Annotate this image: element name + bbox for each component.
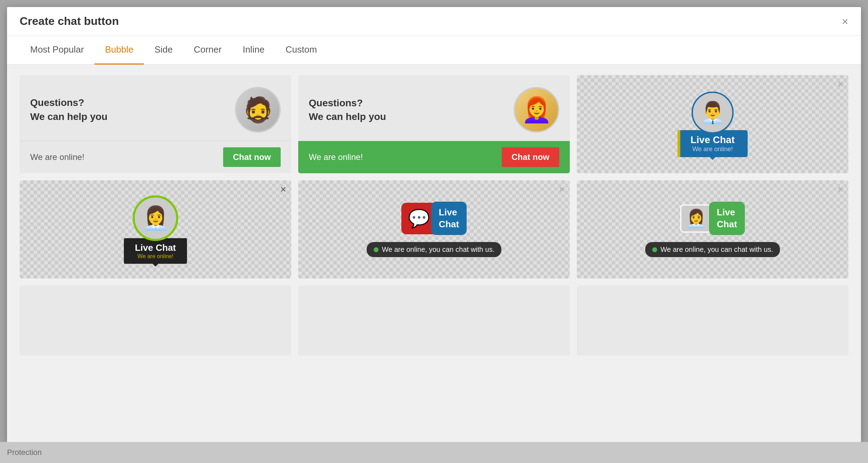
pin-widget-black: 👩‍💼 Live Chat We are online! [124, 195, 187, 264]
chat-card-5[interactable]: ✕ LiveChat We are online, you can chat w… [298, 180, 570, 279]
card3-online: We are online! [685, 146, 741, 153]
card1-chat-btn[interactable]: Chat now [223, 147, 281, 167]
card4-live-chat: Live Chat [131, 242, 180, 253]
tab-inline[interactable]: Inline [232, 36, 275, 65]
modal-title: Create chat button [20, 15, 119, 28]
modal-body: Questions?We can help you 🧔 We are onlin… [7, 65, 861, 442]
card3-pin-body: Live Chat We are online! [677, 130, 748, 157]
card1-text: Questions?We can help you [30, 96, 107, 123]
card5-status-text: We are online, you can chat with us. [382, 246, 495, 254]
card2-online: We are online! [309, 152, 363, 162]
card2-top: Questions?We can help you 👩‍🦰 [298, 75, 570, 141]
pin-widget-blue: 👨‍💼 Live Chat We are online! [677, 92, 748, 157]
card5-close-icon[interactable]: ✕ [559, 185, 565, 194]
card6-close-icon[interactable]: ✕ [837, 185, 843, 194]
card4-close-icon[interactable]: ✕ [280, 185, 286, 194]
close-icon[interactable]: × [842, 16, 848, 27]
tab-bubble[interactable]: Bubble [94, 36, 144, 65]
chat-card-1[interactable]: Questions?We can help you 🧔 We are onlin… [20, 75, 291, 173]
card2-text: Questions?We can help you [309, 96, 386, 123]
chat-card-4[interactable]: ✕ 👩‍💼 Live Chat We are online! [20, 180, 291, 279]
card-empty-2[interactable] [298, 286, 570, 356]
card3-avatar: 👨‍💼 [692, 92, 734, 134]
card4-avatar: 👩‍💼 [133, 195, 178, 241]
card1-bottom: We are online! Chat now [20, 141, 291, 173]
tabs-bar: Most Popular Bubble Side Corner Inline C… [7, 36, 861, 65]
card6-status-dot [652, 247, 657, 252]
card-empty-3[interactable] [577, 286, 848, 356]
green-bubble-widget: 👩‍💼 LiveChat [680, 202, 745, 235]
card3-live-chat: Live Chat [685, 134, 741, 146]
card6-avatar: 👩‍💼 [680, 204, 712, 233]
tab-corner[interactable]: Corner [183, 36, 232, 65]
card2-chat-btn[interactable]: Chat now [502, 147, 559, 167]
tab-custom[interactable]: Custom [275, 36, 328, 65]
bubble-green: LiveChat [709, 202, 745, 235]
tab-side[interactable]: Side [144, 36, 183, 65]
card2-avatar: 👩‍🦰 [514, 87, 559, 133]
tab-most-popular[interactable]: Most Popular [20, 36, 94, 65]
card1-top: Questions?We can help you 🧔 [20, 75, 291, 141]
chat-card-2[interactable]: Questions?We can help you 👩‍🦰 We are onl… [298, 75, 570, 173]
card2-bottom: We are online! Chat now [298, 141, 570, 173]
bubble-widget-redblue: LiveChat [401, 202, 467, 235]
card4-pin-body: Live Chat We are online! [124, 238, 187, 264]
cards-grid: Questions?We can help you 🧔 We are onlin… [20, 75, 848, 356]
card-empty-1[interactable] [20, 286, 291, 356]
protection-text: Protection [7, 448, 42, 457]
card5-status: We are online, you can chat with us. [367, 242, 502, 257]
card6-status-text: We are online, you can chat with us. [661, 246, 773, 254]
card3-close-icon[interactable]: ✕ [837, 80, 843, 89]
chat-card-6[interactable]: ✕ 👩‍💼 LiveChat We are online, you can ch… [577, 180, 848, 279]
modal-header: Create chat button × [7, 7, 861, 36]
status-dot [374, 247, 379, 252]
chat-card-3[interactable]: ✕ 👨‍💼 Live Chat We are online! [577, 75, 848, 173]
card4-online: We are online! [131, 253, 180, 260]
card1-avatar: 🧔 [235, 87, 281, 133]
card1-online: We are online! [30, 152, 84, 162]
card6-status: We are online, you can chat with us. [645, 242, 780, 257]
screen-bottom: Protection [0, 442, 868, 463]
bubble-blue: LiveChat [431, 202, 467, 235]
modal: Create chat button × Most Popular Bubble… [7, 7, 861, 442]
